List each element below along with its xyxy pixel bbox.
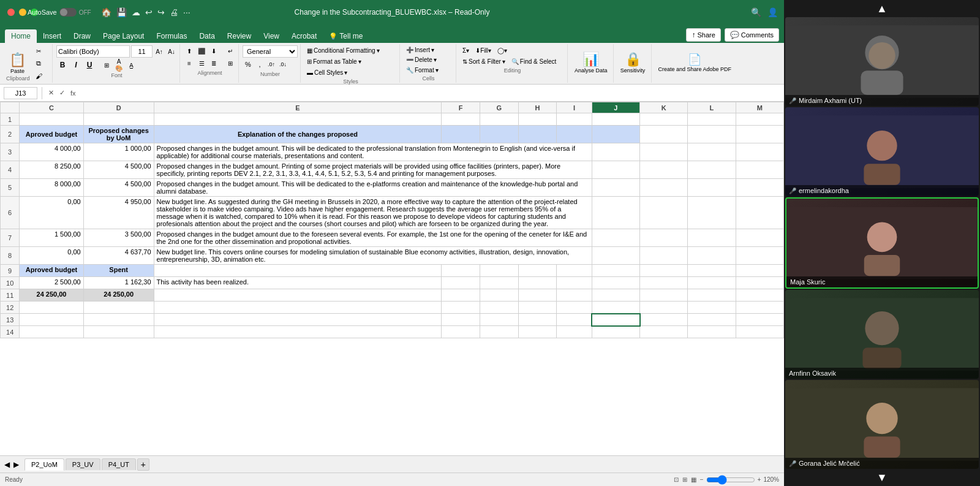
tab-tell-me[interactable]: 💡 Tell me xyxy=(323,29,369,43)
cell-d2[interactable]: Proposed changes by UoM xyxy=(83,126,154,143)
cut-button[interactable]: ✂ xyxy=(29,46,48,57)
cell-k12[interactable] xyxy=(640,302,688,314)
cell-i2[interactable] xyxy=(557,126,592,143)
cell-c5[interactable]: 8 000,00 xyxy=(20,179,83,197)
next-sheet-button[interactable]: ▶ xyxy=(12,458,21,471)
cell-j7[interactable] xyxy=(592,229,639,247)
cell-i12[interactable] xyxy=(557,302,592,314)
cell-f9[interactable] xyxy=(442,265,480,277)
cell-l11[interactable] xyxy=(688,289,736,302)
cell-k4[interactable] xyxy=(640,161,688,179)
cell-d6[interactable]: 4 950,00 xyxy=(83,197,154,229)
cell-e5[interactable]: Proposed changes in the budget amount. T… xyxy=(154,179,592,197)
cell-g10[interactable] xyxy=(480,277,519,289)
number-format-select[interactable]: General Number Currency Percentage xyxy=(243,45,298,58)
tab-review[interactable]: Review xyxy=(221,29,257,43)
format-as-table-button[interactable]: ⊞ Format as Table ▾ xyxy=(304,56,364,67)
cell-k1[interactable] xyxy=(640,113,688,126)
underline-button[interactable]: U xyxy=(83,59,96,71)
cell-l5[interactable] xyxy=(688,179,736,197)
cell-e2[interactable]: Explanation of the changes proposed xyxy=(154,126,442,143)
cell-d3[interactable]: 1 000,00 xyxy=(83,143,154,161)
cell-m9[interactable] xyxy=(736,265,783,277)
increase-decimal-button[interactable]: .0↑ xyxy=(266,59,277,70)
cell-e7[interactable]: Proposed changes in the budget amount du… xyxy=(154,229,592,247)
sheet-tab-p2-uom[interactable]: P2_UoM xyxy=(24,458,64,471)
cell-m14[interactable] xyxy=(736,326,783,338)
italic-button[interactable]: I xyxy=(70,59,82,71)
copy-button[interactable]: ⧉ xyxy=(29,58,48,69)
col-header-c[interactable]: C xyxy=(20,102,83,113)
tab-home[interactable]: Home xyxy=(5,29,37,43)
cell-m13[interactable] xyxy=(736,314,783,326)
find-select-button[interactable]: 🔍 Find & Select xyxy=(509,56,559,67)
cell-k8[interactable] xyxy=(640,247,688,265)
tab-data[interactable]: Data xyxy=(193,29,221,43)
cell-i10[interactable] xyxy=(557,277,592,289)
cell-c14[interactable] xyxy=(20,326,83,338)
nav-down-button[interactable]: ▼ xyxy=(785,470,979,485)
cell-j6[interactable] xyxy=(592,197,639,229)
cell-g1[interactable] xyxy=(480,113,519,126)
tab-draw[interactable]: Draw xyxy=(67,29,97,43)
cell-c3[interactable]: 4 000,00 xyxy=(20,143,83,161)
cell-h9[interactable] xyxy=(518,265,557,277)
cell-m1[interactable] xyxy=(736,113,783,126)
cell-k13[interactable] xyxy=(640,314,688,326)
cell-c9[interactable]: Aproved budget xyxy=(20,265,83,277)
format-painter-button[interactable]: 🖌 xyxy=(29,70,48,82)
prev-sheet-button[interactable]: ◀ xyxy=(2,458,12,471)
row-header-10[interactable]: 10 xyxy=(1,277,20,289)
row-header-7[interactable]: 7 xyxy=(1,229,20,247)
cell-e14[interactable] xyxy=(154,326,442,338)
font-size-input[interactable] xyxy=(131,45,153,58)
percent-button[interactable]: % xyxy=(243,59,254,70)
cell-d1[interactable] xyxy=(83,113,154,126)
row-header-8[interactable]: 8 xyxy=(1,247,20,265)
insert-function-button[interactable]: fx xyxy=(69,89,78,97)
row-header-12[interactable]: 12 xyxy=(1,302,20,314)
cell-c8[interactable]: 0,00 xyxy=(20,247,83,265)
zoom-slider[interactable] xyxy=(706,475,755,485)
cell-k11[interactable] xyxy=(640,289,688,302)
cell-styles-button[interactable]: ▬ Cell Styles ▾ xyxy=(304,67,350,78)
sheet-tab-p4-ut[interactable]: P4_UT xyxy=(102,458,136,470)
cell-g9[interactable] xyxy=(480,265,519,277)
comma-button[interactable]: , xyxy=(254,59,265,70)
cell-d7[interactable]: 3 500,00 xyxy=(83,229,154,247)
cell-k6[interactable] xyxy=(640,197,688,229)
cell-l2[interactable] xyxy=(688,126,736,143)
cell-j11[interactable] xyxy=(592,289,639,302)
cell-m11[interactable] xyxy=(736,289,783,302)
cell-k5[interactable] xyxy=(640,179,688,197)
cell-d11[interactable]: 24 250,00 xyxy=(83,289,154,302)
cell-e6[interactable]: New budget line. As suggested during the… xyxy=(154,197,592,229)
cell-j8[interactable] xyxy=(592,247,639,265)
fill-button[interactable]: ⬇Fill▾ xyxy=(473,45,494,56)
normal-view-icon[interactable]: ⊡ xyxy=(674,476,679,483)
row-header-6[interactable]: 6 xyxy=(1,197,20,229)
tab-view[interactable]: View xyxy=(257,29,285,43)
cell-k14[interactable] xyxy=(640,326,688,338)
cell-reference-box[interactable] xyxy=(4,87,37,99)
cell-k10[interactable] xyxy=(640,277,688,289)
border-button[interactable]: ⊞ xyxy=(101,59,112,70)
cell-e1[interactable] xyxy=(154,113,442,126)
page-break-icon[interactable]: ▦ xyxy=(691,476,696,483)
cell-c1[interactable] xyxy=(20,113,83,126)
text-wrap-button[interactable]: ↵ xyxy=(225,45,236,56)
cell-f12[interactable] xyxy=(442,302,480,314)
cell-j5[interactable] xyxy=(592,179,639,197)
cell-l3[interactable] xyxy=(688,143,736,161)
cell-l12[interactable] xyxy=(688,302,736,314)
cell-e4[interactable]: Proposed changes in the budget amount. P… xyxy=(154,161,592,179)
align-bottom-button[interactable]: ⬇ xyxy=(208,45,219,56)
col-header-f[interactable]: F xyxy=(442,102,480,113)
cell-i11[interactable] xyxy=(557,289,592,302)
cell-f13[interactable] xyxy=(442,314,480,326)
cell-d9[interactable]: Spent xyxy=(83,265,154,277)
cell-l9[interactable] xyxy=(688,265,736,277)
cell-m7[interactable] xyxy=(736,229,783,247)
tab-page-layout[interactable]: Page Layout xyxy=(97,29,150,43)
row-header-13[interactable]: 13 xyxy=(1,314,20,326)
